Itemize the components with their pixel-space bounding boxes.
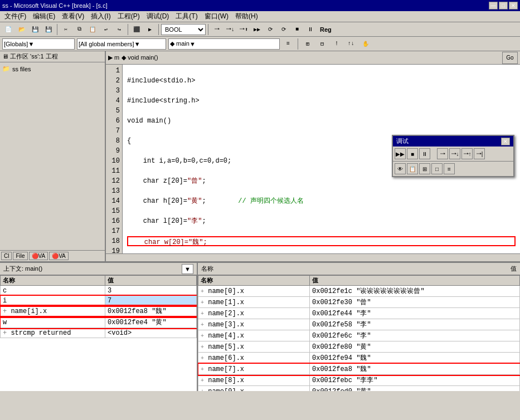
context-dropdown[interactable]: ▼ [182, 264, 193, 274]
table-row: + name[7].x 0x0012fea8 "魏" [198, 364, 520, 375]
toolbar2-btn3[interactable]: ⊟ [316, 38, 328, 50]
globals-dropdown[interactable]: [Globals]▼ [2, 38, 75, 50]
save-all-button[interactable]: 💾 [42, 23, 55, 36]
debug-locals-btn[interactable]: 📋 [407, 163, 418, 174]
minimize-button[interactable]: — [489, 2, 498, 9]
var-value: 0x0012fea8 "魏" [310, 364, 520, 375]
debug-run-to-cursor-btn[interactable]: ⭢| [474, 148, 485, 159]
debug-btn-3[interactable]: ⭢⬆ [237, 23, 250, 36]
debug-regs-btn[interactable]: ⊞ [419, 163, 430, 174]
toolbar2-btn6[interactable]: ✋ [359, 38, 372, 50]
code-line-7: char h[20]="黄"; // 声明四个候选人名 [127, 196, 516, 206]
debug-step-into-btn[interactable]: ⭢↓ [449, 148, 460, 159]
sidebar-tab-va1[interactable]: 🔴VA [29, 252, 48, 260]
paste-button[interactable]: 📋 [86, 23, 99, 36]
table-row: + name[9].x 0x0012fed0 "黄" [198, 386, 520, 392]
sidebar-tab-cl[interactable]: Cl [1, 252, 12, 260]
code-line-1: #include<stdio.h> [127, 76, 516, 86]
menu-edit[interactable]: 编辑(E) [30, 11, 59, 22]
horizontal-scrollbar[interactable] [106, 253, 520, 261]
editor-func: ◆ void main() [122, 54, 158, 61]
debug-stop-btn[interactable]: ■ [407, 148, 418, 159]
debug-btn-1[interactable]: ⭢ [211, 23, 223, 36]
debug-step-out-btn[interactable]: ⭢↑ [461, 148, 473, 159]
debug-watch-btn[interactable]: 👁 [395, 163, 406, 174]
run-button[interactable]: ▶ [144, 23, 156, 36]
cut-button[interactable]: ✂ [60, 23, 72, 36]
members-dropdown[interactable]: [All global members]▼ [77, 38, 166, 50]
menu-debug[interactable]: 调试(D) [143, 11, 173, 22]
table-row: + name[0].x 0x0012fe1c "诶诶诶诶诶诶诶诶曾" [198, 286, 520, 297]
debug-btn-8[interactable]: ⏸ [304, 23, 317, 36]
copy-button[interactable]: ⧉ [73, 23, 85, 36]
var-value: 0x0012fed0 "黄" [310, 386, 520, 392]
var-name: + strcmp returned [1, 328, 105, 338]
bool-dropdown[interactable]: BOOL [161, 24, 206, 35]
redo-button[interactable]: ↪ [113, 23, 125, 36]
debug-btn-7[interactable]: ■ [291, 23, 303, 36]
debug-call-btn[interactable]: ≡ [444, 163, 455, 174]
toolbar2-btn4[interactable]: ! [331, 38, 343, 50]
watch-right-header: 名称 值 [198, 263, 520, 275]
new-button[interactable]: 📄 [2, 23, 14, 36]
separator-3 [158, 24, 159, 35]
menu-help[interactable]: 帮助(H) [232, 11, 261, 22]
menu-window[interactable]: 窗口(W) [201, 11, 232, 22]
sidebar-tab-va2[interactable]: 🔴VA [49, 252, 69, 260]
editor-area: ▶ m ◆ void main() Go 12345 678910 111213… [106, 51, 520, 261]
table-row: + name[8].x 0x0012febc "李李" [198, 375, 520, 386]
close-button[interactable]: ✕ [509, 2, 518, 9]
save-button[interactable]: 💾 [29, 23, 41, 36]
menu-project[interactable]: 工程(P) [114, 11, 143, 22]
menu-file[interactable]: 文件(F) [1, 11, 30, 22]
editor-go-button[interactable]: Go [502, 52, 518, 64]
debug-btn-4[interactable]: ▶▶ [251, 23, 263, 36]
right-panel-name-label: 名称 [201, 265, 213, 273]
var-value: 0x0012fe44 "李" [310, 308, 520, 319]
sidebar-header: 🖥 工作区 'ss':1 工程 [0, 51, 105, 62]
var-name: w [1, 317, 105, 328]
table-row: + name[3].x 0x0012fe58 "李" [198, 319, 520, 330]
undo-button[interactable]: ↩ [100, 23, 112, 36]
separator-5 [298, 38, 298, 50]
open-button[interactable]: 📂 [16, 23, 28, 36]
compile-button[interactable]: ⬛ [130, 23, 143, 36]
title-bar: ss - Microsoft Visual C++ [break] - [s.c… [0, 0, 520, 11]
menu-view[interactable]: 查看(V) [59, 11, 88, 22]
debug-close-button[interactable]: ✕ [501, 138, 510, 145]
table-row: + name[4].x 0x0012fe6c "李" [198, 330, 520, 341]
separator-4 [208, 24, 208, 35]
debug-btn-6[interactable]: ⟳ [278, 23, 290, 36]
debug-restart-btn[interactable]: ▶▶ [395, 148, 406, 159]
watch-panel-header: 上下文: main() ▼ [0, 263, 197, 275]
var-name: c [1, 286, 105, 296]
locals-table: 名称 值 c 3 i 7 + name[i].x 0x0012f [0, 275, 197, 338]
menu-insert[interactable]: 插入(I) [88, 11, 114, 22]
toolbar2-btn1[interactable]: ≡ [282, 38, 294, 50]
var-name: + name[i].x [1, 306, 105, 317]
code-line-9: char w[20]="魏"; [127, 236, 516, 246]
toolbar2-btn5[interactable]: ↑↓ [345, 38, 357, 50]
code-line-3: void main() [127, 116, 516, 126]
workspace-title: 🖥 工作区 'ss':1 工程 [2, 52, 58, 61]
sidebar-item-ssfiles[interactable]: 📁 ss files [2, 65, 103, 73]
debug-btn-5[interactable]: ⟳ [264, 23, 276, 36]
title-bar-buttons: — □ ✕ [489, 2, 518, 9]
debug-btn-2[interactable]: ⭢↓ [224, 23, 236, 36]
menu-tools[interactable]: 工具(T) [172, 11, 201, 22]
code-line-6: char z[20]="曾"; [127, 176, 516, 186]
function-dropdown[interactable]: ◆ main▼ [168, 38, 280, 50]
editor-toolbar: ▶ m ◆ void main() Go [106, 51, 520, 65]
table-row: + name[i].x 0x0012fea8 "魏" [1, 306, 197, 317]
table-row: + strcmp returned <void> [1, 328, 197, 338]
var-value: <void> [105, 328, 197, 338]
debug-pause-btn[interactable]: ⏸ [419, 148, 430, 159]
toolbar2-btn2[interactable]: ⊞ [302, 38, 314, 50]
debug-step-over-btn[interactable]: ⭢ [437, 148, 448, 159]
sidebar-tab-file[interactable]: File [13, 252, 27, 260]
sidebar-footer: Cl File 🔴VA 🔴VA [0, 250, 105, 261]
debug-mem-btn[interactable]: □ [431, 163, 443, 174]
maximize-button[interactable]: □ [499, 2, 508, 9]
table-row: w 0x0012fee4 "黄" [1, 317, 197, 328]
var-value: 0x0012fe1c "诶诶诶诶诶诶诶诶曾" [310, 286, 520, 297]
